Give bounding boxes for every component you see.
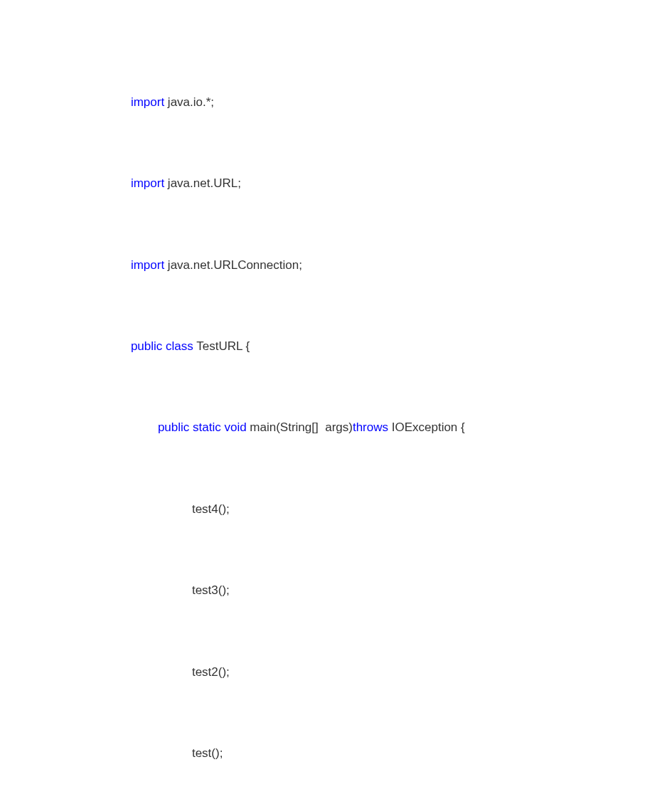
statement-test3: test3(); [117, 565, 558, 615]
statement-test2: test2(); [117, 647, 558, 697]
keyword-throws: throws [353, 420, 388, 434]
class-declaration: public class TestURL { [117, 321, 558, 371]
keyword-public-class: public class [131, 339, 193, 353]
class-name: TestURL { [193, 339, 250, 353]
keyword-import: import [131, 176, 164, 190]
exception-type: IOException { [388, 420, 465, 434]
method-declaration-main: public static void main(String[] args)th… [117, 403, 558, 453]
statement-test: test(); [117, 728, 558, 778]
import-target: java.net.URL; [164, 176, 241, 190]
method-call: test4(); [192, 502, 230, 516]
keyword-import: import [131, 95, 164, 109]
import-target: java.net.URLConnection; [164, 258, 302, 272]
import-statement-2: import java.net.URL; [117, 158, 558, 208]
method-call: test3(); [192, 583, 230, 597]
code-document: import java.io.*; import java.net.URL; i… [0, 0, 672, 799]
keyword-public-static-void: public static void [158, 420, 247, 434]
method-call: test(); [192, 746, 223, 760]
method-signature: main(String[] args) [247, 420, 353, 434]
statement-test4: test4(); [117, 484, 558, 534]
keyword-import: import [131, 258, 164, 272]
import-statement-3: import java.net.URLConnection; [117, 240, 558, 290]
import-statement-1: import java.io.*; [117, 77, 558, 127]
method-call: test2(); [192, 665, 230, 679]
import-target: java.io.*; [164, 95, 214, 109]
